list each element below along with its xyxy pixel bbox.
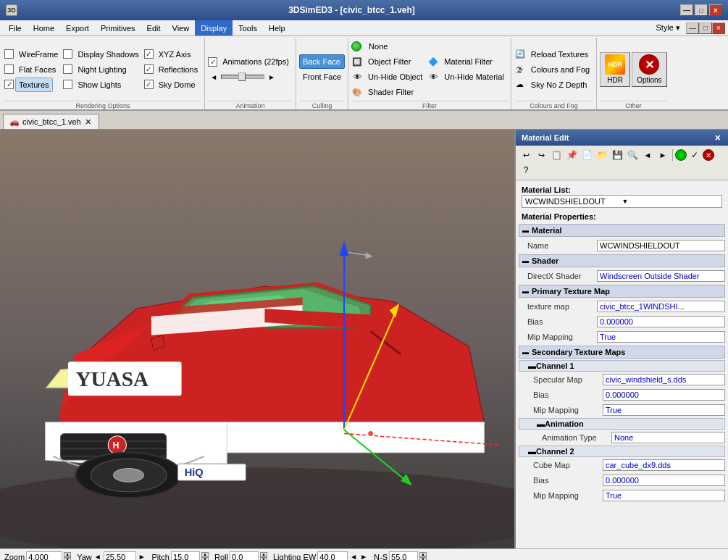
options-button[interactable]: ✕ Options [632,52,666,87]
animation-type-value[interactable]: None [611,432,725,443]
name-field-value[interactable]: WCWINDSHIELDOUT [597,240,725,251]
display-shadows-btn[interactable]: Display Shadows [74,47,142,62]
specular-map-value[interactable]: civic_windshield_s.dds [603,374,725,385]
panel-next-btn[interactable]: ► [656,148,670,162]
minimize-button[interactable]: — [680,4,693,16]
texture-map-value[interactable]: civic_btcc_1WINDSHI... [597,301,725,312]
wireframe-checkbox[interactable] [4,49,14,59]
panel-search-btn[interactable]: 🔍 [625,148,640,162]
menu-primitives[interactable]: Primitives [95,20,141,35]
ns-down-btn[interactable]: ▼ [419,557,427,561]
close-window-button[interactable]: × [709,4,722,16]
night-lighting-checkbox[interactable] [63,64,72,74]
menu-home[interactable]: Home [28,20,60,35]
night-lighting-btn[interactable]: Night Lighting [74,62,130,77]
wireframe-btn[interactable]: WireFrame [15,47,62,62]
reflections-checkbox[interactable] [144,64,154,74]
anim-next-btn[interactable]: ► [266,70,277,84]
xyz-axis-checkbox[interactable] [144,49,154,59]
show-lights-btn[interactable]: Show Lights [74,78,125,92]
ch2-mip-value[interactable]: True [603,490,725,501]
panel-check-btn[interactable]: ✓ [687,148,702,162]
panel-ok-btn[interactable] [675,149,687,161]
primary-mip-value[interactable]: True [597,331,725,343]
anim-prev-btn[interactable]: ◄ [208,70,219,84]
material-list-dropdown[interactable]: WCWINDSHIELDOUT ▼ [522,195,722,208]
ch1-bias-value[interactable]: 0.000000 [603,389,725,401]
textures-checkbox[interactable] [4,80,14,89]
shader-filter-btn[interactable]: Shader Filter [364,85,417,99]
none-btn[interactable]: None [365,39,391,54]
viewport[interactable]: H YUASA HiQ [0,130,514,548]
panel-save-btn[interactable]: 💾 [610,148,624,162]
roll-down-btn[interactable]: ▼ [260,557,267,561]
front-face-btn[interactable]: Front Face [299,70,345,84]
ns-up-btn[interactable]: ▲ [419,552,427,557]
material-filter-btn[interactable]: Material Filter [440,54,496,69]
primary-bias-value[interactable]: 0.000000 [597,316,725,327]
un-hide-object-btn[interactable]: Un-Hide Object [364,70,426,84]
panel-new-btn[interactable]: 📄 [580,148,594,162]
cube-map-value[interactable]: car_cube_dx9.dds [603,459,725,471]
sky-dome-btn[interactable]: Sky Dome [155,78,199,92]
flat-faces-checkbox[interactable] [4,64,14,74]
material-section-header[interactable]: ▬ Material [519,224,725,237]
zoom-down-btn[interactable]: ▼ [64,557,71,561]
doc-tab-civic[interactable]: 🚗 civic_btcc_1.veh × [3,114,99,129]
toolbar-close[interactable]: × [712,22,725,34]
object-filter-btn[interactable]: Object Filter [364,54,414,69]
primary-texture-header[interactable]: ▬ Primary Texture Map [519,285,725,298]
panel-help-btn[interactable]: ? [519,163,533,177]
animations-checkbox[interactable] [208,57,217,67]
panel-redo-btn[interactable]: ↪ [534,148,548,162]
ns-input[interactable] [389,551,418,561]
panel-paste-btn[interactable]: 📌 [564,148,579,162]
directx-field-value[interactable]: Windscreen Outside Shader [597,270,725,282]
menu-tools[interactable]: Tools [233,20,263,35]
textures-btn[interactable]: Textures [15,78,53,92]
channel2-header[interactable]: ▬ Channel 2 [519,446,725,457]
reflections-btn[interactable]: Reflections [155,62,201,77]
menu-style[interactable]: Style ▾ [650,20,686,35]
roll-up-btn[interactable]: ▲ [260,552,267,557]
yaw-input[interactable] [104,551,136,561]
toolbar-restore[interactable]: □ [699,22,712,34]
menu-edit[interactable]: Edit [141,20,167,35]
yaw-prev-btn[interactable]: ◄ [93,553,102,560]
roll-input[interactable] [230,551,259,561]
shader-section-header[interactable]: ▬ Shader [519,254,725,267]
animations-btn[interactable]: Animations (22fps) [219,54,293,69]
yaw-next-btn[interactable]: ► [138,553,146,560]
animation-slider-track[interactable] [221,75,264,79]
sky-dome-checkbox[interactable] [144,80,154,89]
panel-open-btn[interactable]: 📁 [595,148,609,162]
back-face-btn[interactable]: Back Face [299,54,345,69]
hdr-button[interactable]: HDR HDR [600,52,630,87]
channel1-header[interactable]: ▬ Channel 1 [519,360,725,372]
panel-undo-btn[interactable]: ↩ [519,148,533,162]
sky-no-z-btn[interactable]: Sky No Z Depth [527,78,591,92]
flat-faces-btn[interactable]: Flat Faces [15,62,59,77]
maximize-button[interactable]: □ [695,4,708,16]
reload-textures-btn[interactable]: Reload Textures [527,47,592,62]
zoom-input[interactable] [26,551,62,561]
ch1-mip-value[interactable]: True [603,404,725,416]
doc-tab-close-btn[interactable]: × [84,117,93,127]
show-lights-checkbox[interactable] [63,80,72,89]
menu-display[interactable]: Display [195,20,233,35]
menu-view[interactable]: View [167,20,196,35]
secondary-texture-header[interactable]: ▬ Secondary Texture Maps [519,346,725,359]
pitch-input[interactable] [171,551,200,561]
ch2-bias-value[interactable]: 0.000000 [603,475,725,486]
animation-slider-thumb[interactable] [238,72,246,81]
animation-subsection-header[interactable]: ▬ Animation [519,418,725,430]
pitch-down-btn[interactable]: ▼ [201,557,209,561]
colours-fog-btn[interactable]: Colours and Fog [527,62,593,77]
lighting-next-btn[interactable]: ► [359,553,368,560]
toolbar-minimize[interactable]: — [686,22,699,34]
zoom-up-btn[interactable]: ▲ [64,552,71,557]
display-shadows-checkbox[interactable] [63,49,72,59]
pitch-up-btn[interactable]: ▲ [201,552,209,557]
panel-prev-btn[interactable]: ◄ [640,148,655,162]
un-hide-material-btn[interactable]: Un-Hide Material [440,70,508,84]
